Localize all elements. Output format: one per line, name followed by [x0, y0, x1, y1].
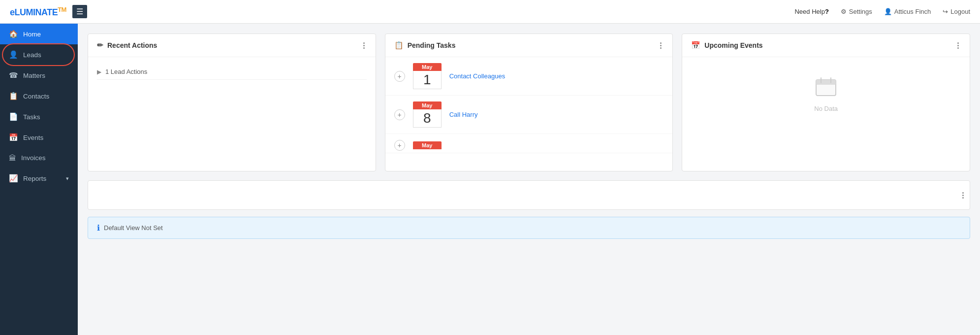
- pending-tasks-card: 📋 Pending Tasks + May 1: [385, 34, 673, 171]
- recent-actions-body: ▶ 1 Lead Actions: [88, 57, 376, 87]
- logout-label: Logout: [950, 8, 970, 15]
- task-link-2[interactable]: Call Harry: [449, 111, 478, 118]
- reports-chevron-icon: ▾: [66, 175, 69, 182]
- task-add-button-1[interactable]: +: [394, 71, 405, 82]
- bottom-section: [88, 180, 970, 210]
- sidebar-item-matters[interactable]: ☎ Matters: [0, 65, 78, 86]
- need-help-label: Need Help?: [794, 8, 828, 15]
- home-icon: 🏠: [9, 30, 18, 38]
- task-add-button-2[interactable]: +: [394, 109, 405, 120]
- upcoming-events-title: 📅 Upcoming Events: [691, 41, 762, 50]
- sidebar-item-reports[interactable]: 📈 Reports ▾: [0, 168, 78, 189]
- sidebar-item-contacts-label: Contacts: [23, 93, 49, 100]
- sidebar-item-contacts[interactable]: 📋 Contacts: [0, 86, 78, 106]
- cards-row: ✏ Recent Actions ▶ 1 Lead Actions: [88, 34, 970, 171]
- recent-actions-card: ✏ Recent Actions ▶ 1 Lead Actions: [88, 34, 376, 171]
- sidebar-item-reports-label: Reports: [23, 175, 46, 182]
- lead-actions-row[interactable]: ▶ 1 Lead Actions: [97, 64, 367, 80]
- recent-actions-title-text: Recent Actions: [107, 41, 157, 49]
- dot3: [957, 47, 959, 49]
- task-add-button-3[interactable]: +: [394, 140, 405, 151]
- events-icon: 📅: [9, 133, 18, 142]
- task-day-1: 1: [413, 71, 442, 89]
- recent-actions-header: ✏ Recent Actions: [88, 34, 376, 57]
- dot2: [957, 45, 959, 46]
- info-bar-message: Default View Not Set: [104, 224, 163, 232]
- sidebar-item-tasks[interactable]: 📄 Tasks: [0, 106, 78, 127]
- task-day-2: 8: [413, 109, 442, 128]
- info-icon: ℹ: [97, 223, 100, 233]
- gear-icon: ⚙: [841, 8, 847, 15]
- dot1: [962, 192, 964, 194]
- task-month-2: May: [413, 101, 442, 109]
- sidebar-item-invoices[interactable]: 🏛 Invoices: [0, 148, 78, 168]
- sidebar-item-events-label: Events: [23, 134, 43, 141]
- logo: eLUMINATETM: [10, 6, 66, 18]
- no-data-label: No Data: [814, 105, 838, 112]
- sidebar-item-leads[interactable]: 👤 Leads: [0, 44, 78, 65]
- task-link-1[interactable]: Contact Colleagues: [449, 72, 505, 80]
- chevron-right-icon: ▶: [97, 68, 101, 75]
- sidebar-item-home-label: Home: [23, 31, 41, 38]
- calendar-icon: 📅: [691, 41, 700, 50]
- edit-icon: ✏: [97, 41, 103, 50]
- dot3: [660, 47, 662, 49]
- dot3: [363, 47, 365, 49]
- dot1: [957, 42, 959, 44]
- bottom-menu-button[interactable]: [962, 192, 964, 199]
- upcoming-events-title-text: Upcoming Events: [704, 41, 762, 49]
- main-layout: 🏠 Home 👤 Leads ☎ Matters 📋 Contacts 📄 Ta…: [0, 24, 980, 335]
- hamburger-menu-button[interactable]: ☰: [72, 5, 87, 18]
- sidebar: 🏠 Home 👤 Leads ☎ Matters 📋 Contacts 📄 Ta…: [0, 24, 78, 335]
- info-bar: ℹ Default View Not Set: [88, 217, 970, 239]
- sidebar-item-tasks-label: Tasks: [23, 113, 40, 121]
- sidebar-item-home[interactable]: 🏠 Home: [0, 24, 78, 44]
- dot3: [962, 197, 964, 199]
- content-area: ✏ Recent Actions ▶ 1 Lead Actions: [78, 24, 980, 335]
- user-name: Atticus Finch: [894, 8, 931, 15]
- pending-tasks-title: 📋 Pending Tasks: [394, 41, 456, 50]
- pending-tasks-title-text: Pending Tasks: [408, 41, 456, 49]
- upcoming-events-card: 📅 Upcoming Events: [682, 34, 970, 171]
- task-item-3: + May: [385, 134, 673, 153]
- user-icon: 👤: [884, 8, 892, 15]
- contacts-icon: 📋: [9, 92, 18, 100]
- clipboard-icon: 📋: [394, 41, 404, 50]
- sidebar-item-matters-label: Matters: [23, 72, 45, 79]
- logout-link[interactable]: ↪ Logout: [943, 8, 970, 15]
- header-right: Need Help? ⚙ Settings 👤 Atticus Finch ↪ …: [794, 8, 970, 15]
- svg-rect-1: [816, 80, 836, 85]
- leads-icon: 👤: [9, 50, 18, 59]
- settings-link[interactable]: ⚙ Settings: [841, 8, 872, 15]
- task-date-3: May: [413, 141, 442, 149]
- pending-tasks-menu-button[interactable]: [658, 41, 664, 50]
- dot2: [660, 45, 662, 46]
- pending-tasks-header: 📋 Pending Tasks: [385, 34, 673, 57]
- tasks-icon: 📄: [9, 112, 18, 121]
- logo-area: eLUMINATETM ☰: [10, 5, 87, 18]
- dot1: [660, 42, 662, 44]
- sidebar-item-invoices-label: Invoices: [21, 154, 46, 162]
- logout-icon: ↪: [943, 8, 948, 15]
- sidebar-item-events[interactable]: 📅 Events: [0, 127, 78, 148]
- logo-tm: TM: [58, 6, 66, 13]
- task-date-1: May 1: [413, 63, 442, 89]
- lead-actions-label: 1 Lead Actions: [105, 68, 147, 75]
- sidebar-item-leads-label: Leads: [23, 51, 41, 59]
- upcoming-events-menu-button[interactable]: [955, 41, 961, 50]
- task-item-2: + May 8 Call Harry: [385, 96, 673, 134]
- dot2: [363, 45, 365, 46]
- task-item-1: + May 1 Contact Colleagues: [385, 57, 673, 96]
- task-date-2: May 8: [413, 101, 442, 128]
- recent-actions-menu-button[interactable]: [361, 41, 367, 50]
- matters-icon: ☎: [9, 71, 18, 80]
- top-header: eLUMINATETM ☰ Need Help? ⚙ Settings 👤 At…: [0, 0, 980, 24]
- no-data-area: No Data: [682, 57, 970, 132]
- settings-label: Settings: [849, 8, 872, 15]
- no-data-icon: [814, 77, 838, 101]
- invoices-icon: 🏛: [9, 154, 16, 162]
- reports-icon: 📈: [9, 174, 18, 183]
- task-month-1: May: [413, 63, 442, 71]
- user-link[interactable]: 👤 Atticus Finch: [884, 8, 931, 15]
- upcoming-events-header: 📅 Upcoming Events: [682, 34, 970, 57]
